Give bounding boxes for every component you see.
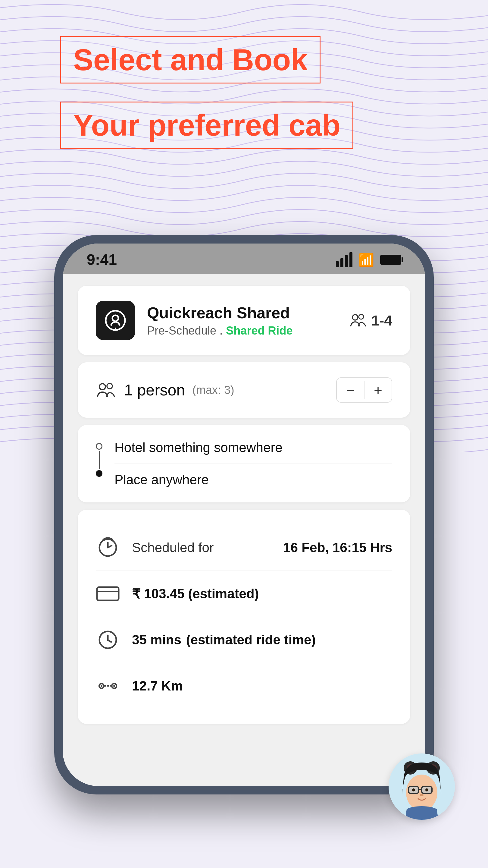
wifi-icon: 📶: [358, 253, 374, 267]
passengers-count-icon: [96, 382, 117, 398]
increase-button[interactable]: +: [364, 378, 392, 402]
route-card: Hotel something somewhere Place anywhere: [78, 425, 410, 502]
status-bar: 9:41 📶: [63, 244, 425, 274]
fare-amount-area: ₹ 103.45 (estimated): [132, 586, 392, 601]
route-stops: Hotel something somewhere Place anywhere: [115, 440, 392, 487]
time-duration: 35 mins: [132, 632, 181, 647]
fare-row: ₹ 103.45 (estimated): [96, 571, 392, 617]
schedule-label: Scheduled for: [132, 540, 271, 555]
fare-currency: ₹: [132, 586, 140, 601]
passengers-icon: [349, 313, 367, 328]
fare-amount: 103.45: [144, 586, 185, 601]
title-area: Select and Book Your preferred cab: [60, 36, 353, 158]
passenger-max: (max: 3): [192, 384, 234, 397]
route-connector: [99, 451, 100, 469]
passenger-range-text: 1-4: [371, 312, 392, 329]
phone-inner: 9:41 📶: [63, 244, 425, 786]
route-line: [96, 440, 102, 477]
user-avatar: [389, 753, 455, 820]
shared-ride-label: Shared Ride: [226, 324, 293, 337]
distance-icon: [96, 674, 120, 698]
schedule-row: Scheduled for 16 Feb, 16:15 Hrs: [96, 525, 392, 571]
route-dest-dot: [96, 470, 102, 477]
svg-point-27: [420, 794, 424, 796]
svg-point-6: [107, 383, 112, 389]
clock-icon: [96, 628, 120, 652]
phone-mockup: 9:41 📶: [54, 235, 434, 795]
details-card: Scheduled for 16 Feb, 16:15 Hrs ₹: [78, 510, 410, 724]
svg-point-4: [359, 314, 364, 319]
cab-header-card: Quickreach Shared Pre-Schedule . Shared …: [78, 286, 410, 355]
cab-subtitle: Pre-Schedule . Shared Ride: [147, 324, 293, 337]
cab-passenger-range: 1-4: [349, 312, 392, 329]
svg-point-26: [425, 788, 428, 792]
svg-point-5: [99, 384, 105, 390]
cab-subtitle-prefix: Pre-Schedule .: [147, 324, 226, 337]
distance-value: 12.7 Km: [132, 678, 183, 693]
schedule-value: 16 Feb, 16:15 Hrs: [283, 540, 392, 555]
passenger-stepper[interactable]: − +: [336, 377, 392, 403]
svg-point-14: [113, 685, 115, 687]
passenger-count: 1 person: [124, 381, 185, 399]
title-line1: Select and Book: [60, 36, 321, 84]
cab-name: Quickreach Shared: [147, 304, 293, 322]
schedule-icon: [96, 535, 120, 560]
time-amount-area: 35 mins (estimated ride time): [132, 632, 392, 647]
signal-icon: [336, 252, 352, 267]
route-origin-dot: [96, 443, 102, 450]
status-icons: 📶: [336, 252, 401, 267]
distance-row: 12.7 Km: [96, 663, 392, 709]
phone-content: Quickreach Shared Pre-Schedule . Shared …: [63, 274, 425, 786]
fare-icon: [96, 582, 120, 606]
cab-info: Quickreach Shared Pre-Schedule . Shared …: [147, 304, 293, 337]
fare-qualifier: (estimated): [188, 586, 259, 601]
status-time: 9:41: [87, 251, 117, 269]
svg-point-25: [412, 788, 415, 792]
route-origin: Hotel something somewhere: [115, 440, 392, 464]
svg-rect-8: [97, 587, 119, 600]
battery-icon: [380, 255, 401, 265]
quickreach-logo-svg: [102, 307, 129, 334]
decrease-button[interactable]: −: [337, 378, 364, 402]
avatar-svg: [389, 753, 455, 820]
time-qualifier: (estimated ride time): [186, 632, 316, 647]
time-row: 35 mins (estimated ride time): [96, 617, 392, 663]
cab-logo: [96, 301, 135, 340]
passengers-count-card: 1 person (max: 3) − +: [78, 362, 410, 418]
route-destination: Place anywhere: [115, 464, 392, 487]
phone-outer: 9:41 📶: [54, 235, 434, 795]
svg-point-2: [112, 315, 119, 321]
svg-point-1: [106, 311, 125, 330]
svg-point-13: [101, 685, 102, 687]
title-line2: Your preferred cab: [60, 101, 353, 149]
svg-point-3: [352, 315, 358, 320]
